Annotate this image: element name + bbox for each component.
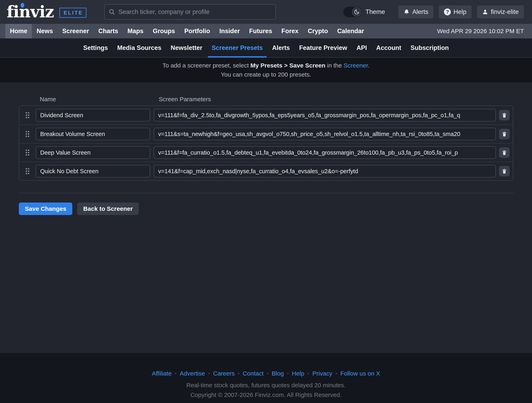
trash-icon	[501, 150, 507, 155]
subnav-item-feature-preview[interactable]: Feature Preview	[294, 38, 352, 57]
footer-links: Affiliate Advertise Careers Contact Blog…	[0, 370, 532, 377]
action-buttons: Save Changes Back to Screener	[19, 203, 513, 215]
help-button-label: Help	[453, 8, 466, 16]
search-input[interactable]	[118, 8, 272, 16]
banner-bold-text: My Presets > Save Screen	[250, 62, 325, 69]
main-content: Name Screen Parameters	[0, 83, 532, 353]
nav-item-groups[interactable]: Groups	[148, 24, 180, 38]
subnav-item-alerts[interactable]: Alerts	[267, 38, 294, 57]
drag-handle-icon[interactable]	[25, 131, 30, 137]
preset-row	[19, 162, 513, 180]
nav-item-home[interactable]: Home	[5, 24, 32, 38]
subnav-item-newsletter[interactable]: Newsletter	[166, 38, 207, 57]
footer-copyright: Copyright © 2007-2026 Finviz.com. All Ri…	[0, 391, 532, 398]
footer-link-privacy[interactable]: Privacy	[312, 370, 332, 377]
subnav-item-api[interactable]: API	[352, 38, 372, 57]
subnav-item-label: Screener Presets	[212, 44, 263, 51]
trash-icon	[501, 131, 507, 137]
separator-dot	[238, 373, 239, 374]
drag-handle-icon[interactable]	[25, 112, 30, 119]
page: finviz ELITE Theme	[0, 0, 532, 403]
footer-quotes-note: Real-time stock quotes, futures quotes d…	[0, 382, 532, 389]
logo-wrap[interactable]: finviz ELITE	[7, 4, 86, 19]
subnav-item-settings[interactable]: Settings	[79, 38, 113, 57]
subnav-item-screener-presets[interactable]: Screener Presets	[207, 38, 267, 57]
nav-item-news[interactable]: News	[32, 24, 57, 38]
theme-toggle[interactable]	[343, 7, 362, 17]
nav-item-forex[interactable]: Forex	[277, 24, 303, 38]
banner-line-2: You can create up to 200 presets.	[221, 71, 311, 78]
column-header-name: Name	[40, 96, 56, 103]
nav-item-charts[interactable]: Charts	[94, 24, 123, 38]
help-button[interactable]: ? Help	[439, 6, 472, 18]
preset-name-input[interactable]	[36, 109, 150, 122]
nav-item-calendar[interactable]: Calendar	[333, 24, 369, 38]
preset-name-input[interactable]	[36, 128, 150, 140]
alerts-button[interactable]: Alerts	[398, 6, 433, 18]
preset-params-input[interactable]	[154, 128, 496, 140]
banner-text: .	[368, 62, 369, 69]
elite-badge: ELITE	[59, 8, 86, 18]
theme-knob	[352, 7, 361, 17]
footer-link-blog[interactable]: Blog	[272, 370, 284, 377]
back-to-screener-button[interactable]: Back to Screener	[77, 203, 139, 215]
active-tab-underline	[208, 56, 267, 58]
separator-dot	[267, 373, 268, 374]
delete-preset-button[interactable]	[499, 166, 510, 176]
drag-handle-icon[interactable]	[25, 168, 30, 175]
settings-subnav: Settings Media Sources Newsletter Screen…	[0, 38, 532, 58]
separator-dot	[287, 373, 288, 374]
separator-dot	[209, 373, 210, 374]
preset-row	[19, 124, 513, 143]
nav-item-screener[interactable]: Screener	[57, 24, 94, 38]
preset-params-input[interactable]	[154, 146, 496, 159]
delete-preset-button[interactable]	[499, 129, 510, 139]
divider	[19, 193, 513, 193]
subnav-item-subscription[interactable]: Subscription	[406, 38, 453, 57]
moon-icon	[354, 9, 360, 15]
preset-params-input[interactable]	[154, 165, 496, 178]
nav-item-futures[interactable]: Futures	[245, 24, 277, 38]
preset-name-input[interactable]	[36, 165, 150, 178]
footer-link-careers[interactable]: Careers	[213, 370, 235, 377]
preset-params-input[interactable]	[154, 109, 496, 122]
footer-link-advertise[interactable]: Advertise	[180, 370, 205, 377]
separator-dot	[308, 373, 309, 374]
delete-preset-button[interactable]	[499, 147, 510, 158]
preset-row	[19, 143, 513, 162]
nav-item-crypto[interactable]: Crypto	[303, 24, 333, 38]
column-headers: Name Screen Parameters	[19, 83, 513, 105]
user-icon	[482, 9, 488, 15]
info-banner: To add a screener preset, select My Pres…	[0, 58, 532, 83]
top-header: finviz ELITE Theme	[0, 0, 532, 24]
presets-table	[19, 105, 513, 181]
nav-item-insider[interactable]: Insider	[215, 24, 245, 38]
nav-datetime: Wed APR 29 2026 10:02 PM ET	[437, 28, 524, 35]
banner-line-1: To add a screener preset, select My Pres…	[163, 62, 370, 69]
nav-item-maps[interactable]: Maps	[123, 24, 148, 38]
header-actions: Theme Alerts ? Help finviz-elite	[343, 6, 524, 18]
delete-preset-button[interactable]	[499, 110, 510, 121]
finviz-logo: finviz	[7, 4, 54, 19]
footer: Affiliate Advertise Careers Contact Blog…	[0, 353, 532, 403]
screener-link[interactable]: Screener	[343, 62, 368, 69]
column-header-params: Screen Parameters	[159, 96, 211, 103]
search-box[interactable]	[104, 4, 276, 19]
subnav-item-account[interactable]: Account	[372, 38, 406, 57]
preset-name-input[interactable]	[36, 146, 150, 159]
save-changes-button[interactable]: Save Changes	[19, 203, 72, 215]
nav-item-portfolio[interactable]: Portfolio	[180, 24, 215, 38]
main-nav: Home News Screener Charts Maps Groups Po…	[0, 24, 532, 38]
footer-link-help[interactable]: Help	[292, 370, 304, 377]
help-icon: ?	[444, 8, 451, 15]
footer-link-contact[interactable]: Contact	[243, 370, 264, 377]
footer-link-follow-x[interactable]: Follow us on X	[340, 370, 380, 377]
separator-dot	[175, 373, 176, 374]
separator-dot	[336, 373, 337, 374]
search-icon	[109, 9, 115, 15]
banner-text: in the	[325, 62, 343, 69]
footer-link-affiliate[interactable]: Affiliate	[152, 370, 172, 377]
subnav-item-media-sources[interactable]: Media Sources	[113, 38, 166, 57]
account-button[interactable]: finviz-elite	[477, 6, 524, 18]
drag-handle-icon[interactable]	[25, 149, 30, 156]
